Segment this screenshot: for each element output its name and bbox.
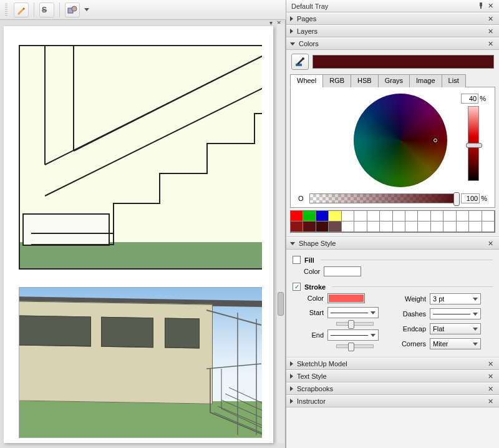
fill-color-swatch[interactable] (324, 266, 361, 276)
panel-close-icon[interactable]: ✕ (486, 360, 495, 368)
panel-close-icon[interactable]: ✕ (486, 240, 495, 248)
pencil-icon (16, 5, 26, 15)
swatch-cell[interactable] (291, 211, 303, 222)
value-input[interactable] (461, 94, 478, 104)
panel-header-pages[interactable]: Pages ✕ (286, 12, 499, 25)
close-icon[interactable]: ✕ (486, 2, 495, 10)
tab-hsb[interactable]: HSB (351, 74, 379, 87)
swatch-cell[interactable] (418, 222, 430, 232)
swatch-cell[interactable] (469, 211, 482, 222)
tool-btn-2[interactable]: S (39, 2, 54, 17)
swatch-cell[interactable] (457, 222, 469, 232)
panel-close-icon[interactable]: ✕ (486, 397, 495, 406)
panel-header-instructor[interactable]: Instructor ✕ (286, 395, 499, 407)
swatch-cell[interactable] (316, 211, 329, 222)
swatch-cell[interactable] (405, 211, 418, 222)
dashes-select[interactable] (430, 308, 481, 319)
swatch-cell[interactable] (316, 222, 329, 232)
swatch-cell[interactable] (354, 222, 367, 232)
panel-header-colors[interactable]: Colors ✕ (286, 37, 499, 50)
swatch-cell[interactable] (329, 211, 341, 222)
swatch-cell[interactable] (329, 222, 341, 232)
tool-btn-3[interactable] (65, 2, 80, 17)
swatch-cell[interactable] (342, 222, 354, 232)
doc-autohide-icon[interactable]: ▾ (268, 19, 274, 26)
opacity-label: O (298, 195, 306, 202)
panel-close-icon[interactable]: ✕ (486, 40, 495, 48)
caret-down-icon (473, 313, 478, 316)
swatch-cell[interactable] (367, 222, 380, 232)
swatch-cell[interactable] (431, 222, 443, 232)
wheel-cursor[interactable] (434, 139, 437, 142)
swatch-cell[interactable] (393, 222, 405, 232)
opacity-thumb[interactable] (453, 192, 460, 206)
tool-drop[interactable] (84, 2, 90, 17)
tab-wheel[interactable]: Wheel (290, 74, 323, 87)
swatch-cell[interactable] (443, 222, 456, 232)
panel-header-text-style[interactable]: Text Style ✕ (286, 370, 499, 382)
divider (332, 286, 493, 287)
page-canvas[interactable] (4, 26, 273, 443)
value-slider[interactable] (468, 106, 479, 181)
opacity-slider[interactable] (309, 193, 457, 203)
value-slider-thumb[interactable] (466, 143, 482, 148)
opacity-input[interactable] (461, 193, 480, 203)
swatch-cell[interactable] (393, 211, 405, 222)
panel-header-shape-style[interactable]: Shape Style ✕ (286, 237, 499, 250)
tab-rgb[interactable]: RGB (322, 74, 351, 87)
toolbar-grip[interactable] (5, 4, 7, 16)
tab-list[interactable]: List (442, 74, 466, 87)
stroke-checkbox[interactable] (293, 283, 301, 291)
color-tabs: Wheel RGB HSB Grays Image List (290, 74, 495, 87)
panel-header-layers[interactable]: Layers ✕ (286, 25, 499, 37)
swatch-cell[interactable] (482, 222, 495, 232)
swatch-cell[interactable] (303, 222, 316, 232)
panel-close-icon[interactable]: ✕ (486, 385, 495, 393)
panel-header-sketchup-model[interactable]: SketchUp Model ✕ (286, 358, 499, 370)
panel-close-icon[interactable]: ✕ (486, 15, 495, 23)
fill-checkbox[interactable] (293, 256, 301, 264)
panel-close-icon[interactable]: ✕ (486, 27, 495, 36)
slider-thumb[interactable] (348, 343, 354, 351)
start-size-slider[interactable] (336, 322, 374, 326)
stroke-color-swatch[interactable] (327, 293, 365, 303)
tab-grays[interactable]: Grays (378, 74, 410, 87)
swatch-cell[interactable] (303, 211, 316, 222)
swatch-cell[interactable] (431, 211, 443, 222)
swatch-cell[interactable] (291, 222, 303, 232)
eyedropper-button[interactable] (291, 54, 309, 70)
fill-color-label: Color (295, 268, 320, 275)
swatch-cell[interactable] (482, 211, 495, 222)
stroke-label: Stroke (304, 283, 326, 291)
swatch-cell[interactable] (418, 211, 430, 222)
panel-close-icon[interactable]: ✕ (486, 373, 495, 381)
end-size-slider[interactable] (336, 344, 374, 348)
swatch-cell[interactable] (380, 222, 392, 232)
swatch-cell[interactable] (443, 211, 456, 222)
start-arrow-select[interactable] (327, 307, 379, 318)
scrollbar-thumb[interactable] (278, 292, 284, 316)
slider-thumb[interactable] (348, 320, 354, 329)
corners-label: Corners (397, 340, 426, 348)
swatch-cell[interactable] (354, 211, 367, 222)
svg-text:S: S (42, 6, 47, 14)
tab-image[interactable]: Image (409, 74, 442, 87)
swatch-cell[interactable] (405, 222, 418, 232)
swatch-cell[interactable] (469, 222, 482, 232)
endcap-select[interactable]: Flat (430, 323, 481, 334)
swatch-cell[interactable] (342, 211, 354, 222)
pin-icon[interactable] (476, 2, 486, 10)
weight-select[interactable]: 3 pt (430, 293, 481, 304)
color-wheel[interactable] (354, 94, 447, 187)
tray-titlebar[interactable]: Default Tray ✕ (286, 0, 499, 12)
swatch-cell[interactable] (457, 211, 469, 222)
current-color-swatch[interactable] (312, 55, 494, 69)
swatch-cell[interactable] (380, 211, 392, 222)
tool-btn-1[interactable] (14, 2, 29, 17)
corners-select[interactable]: Miter (430, 338, 481, 349)
panel-header-scrapbooks[interactable]: Scrapbooks ✕ (286, 382, 499, 395)
end-arrow-select[interactable] (327, 329, 379, 341)
chevron-down-icon (290, 42, 295, 46)
vertical-scrollbar[interactable] (277, 24, 284, 443)
swatch-cell[interactable] (367, 211, 380, 222)
